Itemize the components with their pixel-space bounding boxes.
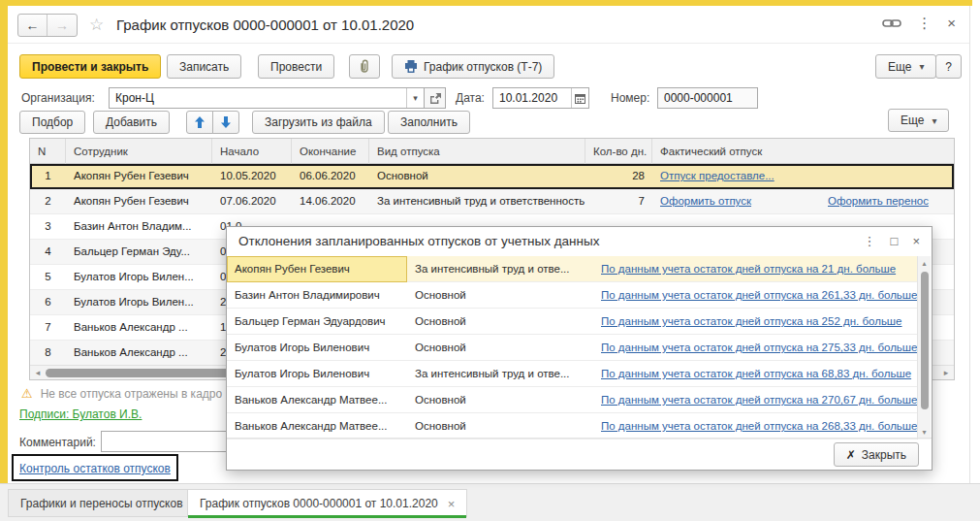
title-divider [8,43,969,44]
comment-label: Комментарий: [19,436,96,449]
date-field[interactable]: 10.01.2020 [492,87,589,109]
deviation-row[interactable]: Ваньков Александр Матвее... Основной По … [227,387,918,413]
pick-button[interactable]: Подбор [19,111,85,134]
deviations-list: Акопян Рубен Гезевич За интенсивный труд… [227,256,918,440]
form-more-button[interactable]: Еще▾ [875,54,936,79]
warning-icon: ⚠ [21,386,33,401]
move-down-button[interactable] [212,111,239,134]
window-title: График отпусков 0000-000001 от 10.01.202… [116,16,414,33]
printer-icon [404,60,418,73]
dialog-footer: ✗ Закрыть [227,438,932,470]
back-arrow-icon: ← [26,17,40,33]
column-header-end[interactable]: Окончание [292,139,369,164]
column-header-days[interactable]: Кол-во дн. [585,139,652,164]
dialog-title: Отклонения запланированных отпусков от у… [238,234,599,248]
scroll-left-icon[interactable]: ◂ [31,366,45,379]
scroll-right-icon[interactable]: ▸ [939,366,953,379]
deviation-link[interactable]: По данным учета остаток дней отпуска на … [601,394,917,406]
number-label: Номер: [611,91,649,105]
nav-button-group: ← → [17,14,78,37]
print-t7-button[interactable]: График отпусков (Т-7) [392,54,554,79]
date-label: Дата: [456,91,485,105]
move-up-button[interactable] [186,111,213,134]
dialog-vertical-scrollbar[interactable]: ▴ ▾ [917,256,931,440]
open-form-icon [429,93,441,104]
window-menu-dots-icon[interactable]: ⋮ [917,15,932,32]
deviation-link[interactable]: По данным учета остаток дней отпуска на … [601,315,902,327]
attachments-button[interactable] [349,54,380,79]
organization-combo-arrow-icon[interactable]: ▾ [406,88,424,108]
post-and-close-button[interactable]: Провести и закрыть [19,54,161,79]
dialog-maximize-icon[interactable]: □ [891,234,899,248]
forward-arrow-icon: → [55,17,69,33]
deviation-row[interactable]: Базин Антон Владимирович Основной По дан… [227,282,918,309]
vacation-balance-control: Контроль остатков отпусков [12,454,178,481]
column-header-type[interactable]: Вид отпуска [369,139,585,164]
chevron-down-icon: ▾ [932,115,936,126]
deviation-row[interactable]: Булатов Игорь Виленович Основной По данн… [227,335,918,361]
fill-button[interactable]: Заполнить [388,111,470,134]
signatures-link[interactable]: Подписи: Булатов И.В. [19,407,142,421]
nav-back-button[interactable]: ← [18,15,47,36]
tab-schedules-and-transfers[interactable]: Графики и переносы отпусков × [8,489,212,517]
chevron-down-icon: ▾ [919,61,924,72]
deviations-dialog: Отклонения запланированных отпусков от у… [226,226,933,471]
column-header-n[interactable]: N [30,139,66,164]
dialog-menu-dots-icon[interactable]: ⋮ [864,234,876,248]
deviation-row[interactable]: Бальцер Герман Эдуардович Основной По да… [227,309,918,335]
load-from-file-button[interactable]: Загрузить из файла [252,111,385,134]
dialog-close-button[interactable]: ✗ Закрыть [834,442,919,467]
table-header-row: N Сотрудник Начало Окончание Вид отпуска… [30,139,954,164]
deviation-link[interactable]: По данным учета остаток дней отпуска на … [601,289,917,301]
column-header-fact[interactable]: Фактический отпуск [652,139,955,164]
deviation-link[interactable]: По данным учета остаток дней отпуска на … [601,263,896,275]
deviation-row[interactable]: Ваньков Александр Матвее... Основной По … [227,413,918,440]
paperclip-icon [359,59,370,74]
write-button[interactable]: Записать [167,54,241,79]
make-vacation-link[interactable]: Оформить отпуск [660,195,751,207]
organization-label: Организация: [21,91,95,105]
help-button[interactable]: ? [935,54,962,79]
fact-vacation-link[interactable]: Отпуск предоставле... [660,170,775,181]
deviation-row[interactable]: Булатов Игорь Виленович За интенсивный т… [227,361,918,387]
make-transfer-link[interactable]: Оформить перенос [828,195,929,207]
organization-field[interactable]: Крон-Ц ▾ [109,87,425,109]
warning-text: Не все отпуска отражены в кадро [41,387,223,401]
active-tab-indicator [188,515,466,518]
deviation-link[interactable]: По данным учета остаток дней отпуска на … [601,420,917,432]
post-button[interactable]: Провести [258,54,334,79]
window-close-icon[interactable]: × [947,15,956,32]
column-header-employee[interactable]: Сотрудник [66,139,212,164]
calendar-icon[interactable] [571,88,588,108]
add-button[interactable]: Добавить [93,111,170,134]
close-x-icon: ✗ [846,448,856,462]
window-accent-left [0,6,8,483]
deviation-link[interactable]: По данным учета остаток дней отпуска на … [601,342,917,353]
favorite-star-icon[interactable]: ☆ [89,15,104,35]
deviation-row[interactable]: Акопян Рубен Гезевич За интенсивный труд… [227,256,918,282]
number-field[interactable]: 0000-000001 [657,87,758,109]
arrow-down-icon [221,116,231,128]
column-header-start[interactable]: Начало [212,139,292,164]
vacation-balance-control-link[interactable]: Контроль остатков отпусков [19,462,171,475]
tab-close-icon[interactable]: × [448,497,456,511]
organization-open-button[interactable] [425,87,446,109]
scroll-up-icon[interactable]: ▴ [918,257,931,270]
table-row[interactable]: 2 Акопян Рубен Гезевич 07.06.2020 14.06.… [30,189,954,214]
dialog-scrollbar-thumb[interactable] [921,272,929,409]
table-row[interactable]: 1 Акопян Рубен Гезевич 10.05.2020 06.06.… [30,164,954,189]
bottom-tab-bar: Графики и переносы отпусков × График отп… [0,483,980,521]
nav-forward-button[interactable]: → [47,15,77,36]
tab-vacation-schedule-current[interactable]: График отпусков 0000-000001 от 10.01.202… [187,489,467,517]
arrow-up-icon [195,116,205,128]
dialog-close-icon[interactable]: × [912,234,920,248]
table-more-button[interactable]: Еще▾ [888,109,949,132]
deviation-link[interactable]: По данным учета остаток дней отпуска на … [601,368,911,379]
get-link-icon[interactable] [882,17,901,29]
